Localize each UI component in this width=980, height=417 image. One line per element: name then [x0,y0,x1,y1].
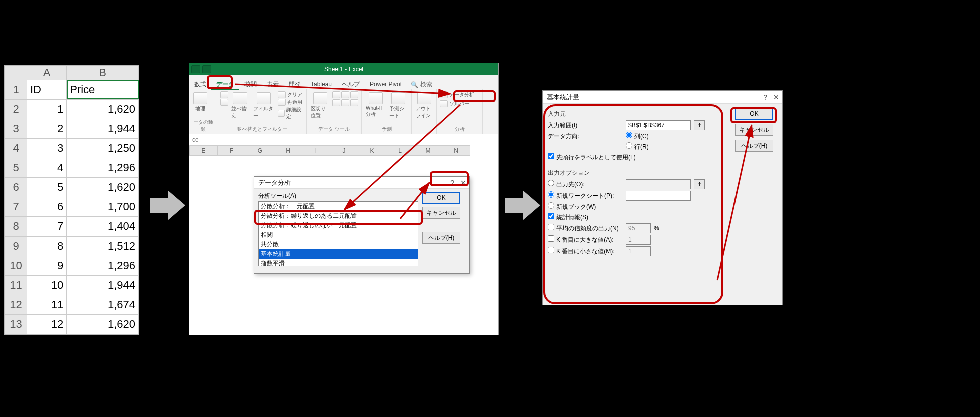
orient-col-radio[interactable]: 列(C) [626,132,649,141]
list-item[interactable]: 共分散 [259,240,418,249]
cell[interactable]: 11 [27,295,67,314]
sort-az-icon[interactable] [220,91,228,98]
cell[interactable]: 1,250 [67,139,139,158]
row-header[interactable]: 9 [5,236,27,256]
ribbon-tab[interactable]: データ [211,79,239,90]
cell[interactable]: 1,296 [67,256,139,275]
col-header[interactable]: N [442,146,470,156]
help-button[interactable]: ヘルプ(H) [735,140,773,152]
list-item[interactable]: 指数平滑 [259,259,418,266]
new-workbook-radio[interactable]: 新規ブック(W) [548,202,596,211]
sort-button[interactable]: 並べ替え [230,91,250,120]
cell[interactable]: 9 [27,256,67,275]
cell[interactable]: 1,944 [67,275,139,295]
cell[interactable]: 12 [27,314,67,334]
select-all-corner[interactable] [5,66,27,80]
col-header[interactable]: J [330,146,358,156]
labels-first-checkbox[interactable]: 先頭行をラベルとして使用(L) [548,153,636,162]
row-header[interactable]: 2 [5,99,27,119]
remove-dup-icon[interactable] [341,91,349,98]
new-worksheet-field[interactable] [626,191,691,201]
col-header[interactable]: L [386,146,414,156]
cancel-button[interactable]: キャンセル [422,207,460,219]
cell[interactable]: 3 [27,139,67,158]
row-header[interactable]: 8 [5,217,27,236]
ok-button[interactable]: OK [422,192,460,204]
output-range-picker[interactable]: ↥ [694,179,705,189]
save-icon[interactable] [202,65,211,73]
list-item[interactable]: 相関 [259,230,418,240]
consolidate-icon[interactable] [332,99,340,106]
cell[interactable]: 1,404 [67,217,139,236]
forecast-button[interactable]: 予測シート [388,91,408,120]
autosave-icon[interactable] [191,65,200,73]
cell[interactable]: 1,620 [67,178,139,197]
list-item[interactable]: 基本統計量 [259,249,418,259]
range-picker-button[interactable]: ↥ [694,120,705,130]
col-header[interactable]: M [414,146,442,156]
row-header[interactable]: 4 [5,139,27,158]
advanced-filter[interactable]: 詳細設定 [278,106,303,120]
row-header[interactable]: 6 [5,178,27,197]
help-icon[interactable]: ? [450,179,454,187]
cell[interactable]: 5 [27,178,67,197]
row-header[interactable]: 3 [5,119,27,138]
col-header[interactable]: I [302,146,330,156]
row-header[interactable]: 10 [5,256,27,275]
col-header[interactable]: H [274,146,302,156]
cell[interactable]: 1,296 [67,158,139,178]
cell[interactable]: Price [67,80,139,99]
ribbon-tab[interactable]: 数式 [189,79,211,89]
cell[interactable]: 1,620 [67,314,139,334]
filter-button[interactable]: フィルター [252,91,276,120]
reapply-filter[interactable]: 再適用 [278,99,303,106]
row-header[interactable]: 13 [5,314,27,334]
manage-model-icon[interactable] [350,99,358,106]
col-header-A[interactable]: A [27,66,67,80]
row-header[interactable]: 12 [5,295,27,314]
cell[interactable]: 2 [27,119,67,138]
row-header[interactable]: 5 [5,158,27,178]
output-range-radio[interactable]: 出力先(O): [548,180,623,189]
list-item[interactable]: 分散分析：一元配置 [259,202,418,211]
cell[interactable]: 6 [27,197,67,217]
help-button[interactable]: ヘルプ(H) [422,232,460,244]
col-header-B[interactable]: B [67,66,139,80]
cell[interactable]: 1,512 [67,236,139,256]
summary-checkbox[interactable]: 統計情報(S) [548,213,588,222]
confidence-checkbox[interactable]: 平均の信頼度の出力(N) [548,224,623,233]
ribbon-tab[interactable]: 表示 [262,79,284,89]
whatif-button[interactable]: What-If 分析 [365,91,386,119]
cancel-button[interactable]: キャンセル [735,124,773,136]
relations-icon[interactable] [341,99,349,106]
list-item[interactable]: 分散分析：繰り返しのある二元配置 [259,211,418,221]
tell-me-search[interactable]: 🔍 検索 [411,80,432,89]
ribbon-tab[interactable]: 校閲 [239,79,262,89]
geography-button[interactable]: 地理 [192,91,208,113]
cell[interactable]: 1,620 [67,99,139,119]
cell[interactable]: 1,944 [67,119,139,138]
flash-fill-icon[interactable] [332,91,340,98]
worksheet-grid[interactable]: EFGHIJKLMN データ分析 ? ✕ 分析ツール(A) 分散分析：一元配置分… [189,145,498,335]
ok-button[interactable]: OK [735,108,773,120]
close-icon[interactable]: ✕ [460,179,466,187]
clear-filter[interactable]: クリア [278,91,303,98]
cell[interactable]: ID [27,80,67,99]
cell[interactable]: 8 [27,236,67,256]
solver-button[interactable]: ソルバー [440,100,474,107]
kth-small-checkbox[interactable]: K 番目に小さな値(M): [548,247,623,256]
col-header[interactable]: F [218,146,246,156]
ribbon-tab[interactable]: Tableau [306,79,337,89]
text-to-columns-button[interactable]: 区切り位置 [310,91,330,120]
sort-za-icon[interactable] [220,99,228,106]
cell[interactable]: 1,700 [67,197,139,217]
cell[interactable]: 10 [27,275,67,295]
help-icon[interactable]: ? [763,93,767,101]
ribbon-tab[interactable]: ヘルプ [337,79,365,89]
cell[interactable]: 1,674 [67,295,139,314]
col-header[interactable]: G [246,146,274,156]
validation-icon[interactable] [350,91,358,98]
orient-row-radio[interactable]: 行(R) [626,142,649,151]
cell[interactable]: 4 [27,158,67,178]
cell[interactable]: 7 [27,217,67,236]
